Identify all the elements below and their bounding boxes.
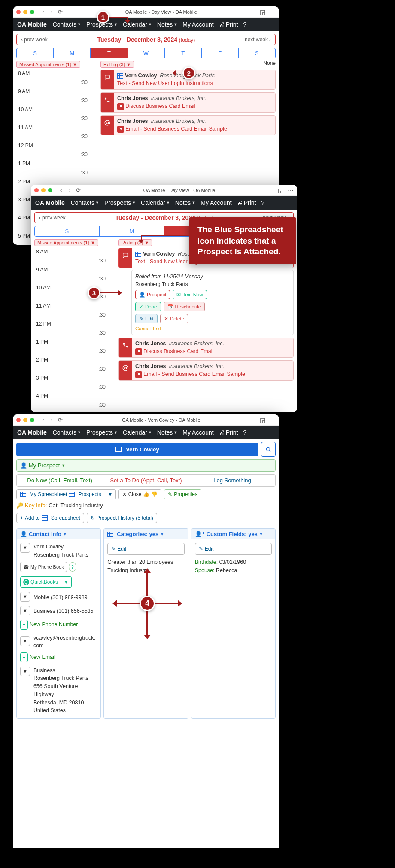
- nav-notes[interactable]: Notes▼: [155, 428, 179, 437]
- nav-contacts[interactable]: Contacts▼: [51, 20, 83, 29]
- missed-pill[interactable]: Missed Appointments (1) ▼: [34, 239, 98, 246]
- brand[interactable]: OA Mobile: [17, 429, 47, 436]
- maximize-icon[interactable]: [48, 188, 52, 192]
- edit-button[interactable]: ✎ Edit: [195, 543, 272, 555]
- forward-icon[interactable]: ›: [51, 9, 52, 15]
- maximize-icon[interactable]: [30, 10, 34, 14]
- event-card-3[interactable]: Chris Jones Insurance Brokers, Inc.⚑Emai…: [100, 115, 276, 135]
- quickbooks-chip[interactable]: QQuickBooks: [20, 576, 61, 588]
- panel-header-contact[interactable]: 👤 Contact Info ▼: [17, 529, 100, 539]
- rolling-pill[interactable]: Rolling (3) ▼: [100, 61, 134, 68]
- back-icon[interactable]: ‹: [58, 187, 64, 193]
- screen-icon[interactable]: ◲: [260, 9, 265, 15]
- tab-fri[interactable]: F: [202, 48, 239, 58]
- minimize-icon[interactable]: [41, 188, 46, 192]
- tab-sat[interactable]: S: [239, 48, 275, 58]
- nav-notes[interactable]: Notes▼: [155, 20, 179, 29]
- forward-icon[interactable]: ›: [69, 187, 70, 193]
- nav-help[interactable]: ?: [241, 20, 248, 29]
- do-now-button[interactable]: Do Now (Call, Email, Text): [17, 475, 103, 486]
- dropdown-icon[interactable]: ▼: [20, 606, 30, 616]
- close-icon[interactable]: [34, 188, 39, 192]
- my-spreadsheet-chip[interactable]: My Spreadsheet Prospects: [16, 489, 105, 499]
- panel-header-custom[interactable]: 👤⁺ Custom Fields: yes ▼: [191, 529, 275, 539]
- phonebook-chip[interactable]: ☎ My Phone Book: [20, 562, 67, 573]
- nav-prospects[interactable]: Prospects▼: [85, 428, 119, 437]
- maximize-icon[interactable]: [30, 418, 34, 422]
- refresh-icon[interactable]: ⟳: [58, 9, 63, 15]
- nav-account[interactable]: My Account: [181, 20, 215, 29]
- tab-tue[interactable]: T: [91, 48, 128, 58]
- properties-chip[interactable]: ✎ Properties: [164, 489, 201, 499]
- nav-contacts[interactable]: Contacts▼: [51, 428, 83, 437]
- back-icon[interactable]: ‹: [40, 9, 46, 15]
- nav-print[interactable]: 🖨Print: [235, 198, 258, 207]
- next-week-button[interactable]: next week ›: [240, 34, 275, 45]
- more-icon[interactable]: ⋯: [270, 417, 276, 423]
- nav-calendar[interactable]: Calendar▼: [121, 428, 154, 437]
- new-phone-label[interactable]: New Phone Number: [30, 621, 78, 627]
- new-email-label[interactable]: New Email: [30, 654, 55, 660]
- set-todo-button[interactable]: Set a To Do (Appt, Call, Text): [103, 475, 189, 486]
- nav-help[interactable]: ?: [241, 428, 248, 437]
- prospect-history-chip[interactable]: ↻Prospect History (5 total): [87, 513, 157, 523]
- help-icon[interactable]: ?: [69, 562, 76, 572]
- nav-account[interactable]: My Account: [199, 198, 233, 207]
- text-now-button[interactable]: ✉Text Now: [173, 290, 207, 299]
- more-icon[interactable]: ⋯: [288, 187, 294, 194]
- nav-account[interactable]: My Account: [181, 428, 215, 437]
- close-icon[interactable]: [16, 10, 21, 14]
- screen-icon[interactable]: ◲: [260, 417, 265, 423]
- dropdown-icon[interactable]: ▼: [20, 667, 30, 676]
- log-something-button[interactable]: Log Something: [189, 475, 275, 486]
- refresh-icon[interactable]: ⟳: [76, 187, 81, 193]
- close-chip[interactable]: ✕ Close 👍👎: [118, 489, 162, 499]
- my-prospect-bar[interactable]: 👤 My Prospect ▼: [16, 459, 276, 472]
- dropdown-icon[interactable]: ▼: [20, 592, 30, 602]
- prospect-button[interactable]: 👤Prospect: [135, 290, 170, 299]
- nav-calendar[interactable]: Calendar▼: [139, 198, 172, 207]
- nav-prospects[interactable]: Prospects▼: [103, 198, 137, 207]
- spreadsheet-dropdown[interactable]: ▼: [105, 489, 116, 499]
- nav-print[interactable]: 🖨Print: [217, 428, 240, 437]
- brand[interactable]: OA Mobile: [17, 21, 47, 28]
- missed-pill[interactable]: Missed Appointments (1) ▼: [16, 61, 80, 68]
- nav-help[interactable]: ?: [259, 198, 266, 207]
- add-to-spreadsheet-chip[interactable]: +Add to Spreadsheet: [16, 513, 84, 523]
- dropdown-icon[interactable]: ▼: [20, 543, 30, 553]
- search-button[interactable]: [261, 442, 276, 457]
- screen-icon[interactable]: ◲: [278, 187, 283, 194]
- brand[interactable]: OA Mobile: [35, 199, 65, 206]
- tab-sun[interactable]: S: [35, 226, 100, 236]
- quickbooks-dropdown[interactable]: ▼: [61, 576, 72, 588]
- reschedule-button[interactable]: 📅 Reschedule: [164, 302, 205, 311]
- close-icon[interactable]: [16, 418, 21, 422]
- back-icon[interactable]: ‹: [40, 417, 46, 423]
- done-button[interactable]: ✓ Done: [135, 302, 161, 311]
- event-card-2[interactable]: Chris Jones Insurance Brokers, Inc.⚑Disc…: [100, 92, 276, 113]
- tab-thu[interactable]: T: [165, 48, 202, 58]
- minimize-icon[interactable]: [23, 418, 27, 422]
- edit-button[interactable]: ✎ Edit: [107, 543, 184, 555]
- tab-sun[interactable]: S: [17, 48, 54, 58]
- tab-mon[interactable]: M: [100, 226, 164, 236]
- cancel-text-link[interactable]: Cancel Text: [135, 326, 290, 331]
- new-email-button[interactable]: +: [20, 652, 28, 662]
- nav-notes[interactable]: Notes▼: [173, 198, 198, 207]
- new-phone-button[interactable]: +: [20, 620, 28, 630]
- tab-wed[interactable]: W: [128, 48, 164, 58]
- tab-mon[interactable]: M: [54, 48, 91, 58]
- nav-contacts[interactable]: Contacts▼: [69, 198, 101, 207]
- nav-print[interactable]: 🖨Print: [217, 20, 240, 29]
- panel-header-categories[interactable]: Categories: yes ▼: [104, 529, 188, 539]
- forward-icon[interactable]: ›: [51, 417, 52, 423]
- dropdown-icon[interactable]: ▼: [20, 636, 30, 646]
- edit-button[interactable]: ✎ Edit: [135, 314, 158, 323]
- refresh-icon[interactable]: ⟳: [58, 417, 63, 423]
- minimize-icon[interactable]: [23, 10, 27, 14]
- event-card-3[interactable]: Chris Jones Insurance Brokers, Inc.⚑Emai…: [118, 360, 294, 381]
- prev-week-button[interactable]: ‹ prev week: [17, 34, 52, 45]
- rolling-pill[interactable]: Rolling (3) ▼: [118, 239, 152, 246]
- event-card-2[interactable]: Chris Jones Insurance Brokers, Inc.⚑Disc…: [118, 338, 294, 358]
- delete-button[interactable]: ✕ Delete: [160, 314, 188, 323]
